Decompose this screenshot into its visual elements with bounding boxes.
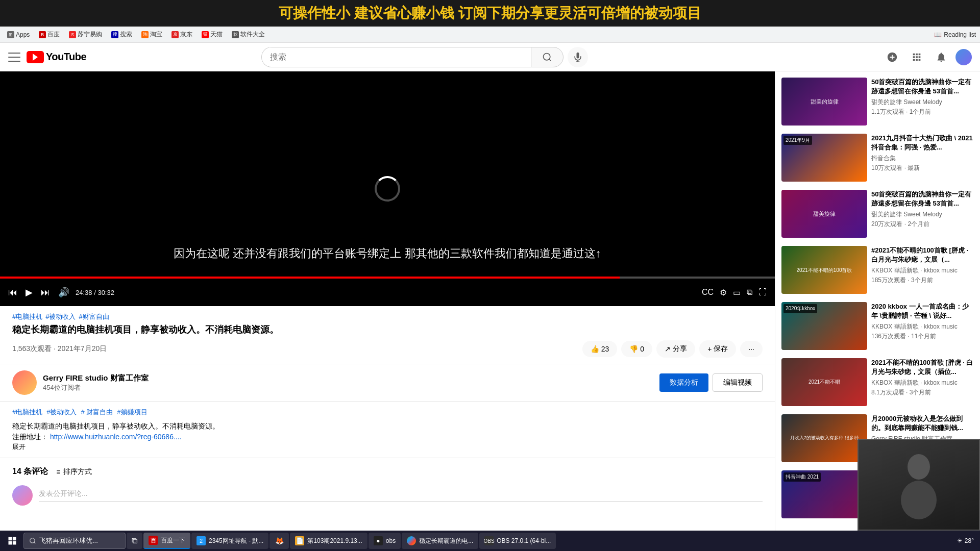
sidebar-thumb-label-8: 抖音神曲 2021 bbox=[783, 472, 821, 482]
sidebar-meta-1: 1.1万次观看 · 1个月前 bbox=[871, 108, 974, 116]
skip-forward-button[interactable]: ⏭ bbox=[39, 285, 52, 300]
taskbar-baidu-browser[interactable]: 百 百度一下 bbox=[143, 533, 190, 549]
sort-comments-button[interactable]: ≡ 排序方式 bbox=[56, 467, 92, 477]
search-area bbox=[261, 47, 588, 67]
hamburger-menu[interactable] bbox=[8, 53, 20, 62]
video-section: 因为在这呢 还并没有跟我们的平台账号绑定上 那其他的三款软件我们都知道是通过这↑… bbox=[0, 71, 775, 551]
sidebar-video-1[interactable]: 甜美的旋律 50首突破百篇的洗脑神曲你一定有跡遠多想留在你身邊 53首首... … bbox=[779, 76, 976, 128]
sidebar-thumb-3: 甜美旋律 bbox=[781, 190, 867, 238]
total-time: 30:32 bbox=[97, 289, 114, 296]
subtitles-button[interactable]: CC bbox=[700, 286, 716, 299]
description-tags: #电脑挂机 #被动收入 # 财富自由 #躺赚项目 bbox=[12, 408, 763, 417]
channel-avatar[interactable] bbox=[12, 370, 37, 395]
more-icon: ··· bbox=[748, 345, 754, 353]
video-controls: ⏮ ▶ ⏭ 🔊 24:38 / 30:32 CC ⚙ ▭ ⧉ ⛶ bbox=[0, 279, 775, 306]
sidebar-video-5[interactable]: 2020年kkbox 2020 kkbox 一人一首成名曲：少年 \贵鹏詩韻 -… bbox=[779, 300, 976, 352]
sidebar-video-info-4: #2021不能不晴的100首歌 [胖虎 · 白月光与朱砂痣，文展（... KKB… bbox=[871, 246, 974, 294]
windows-start-button[interactable] bbox=[2, 533, 22, 549]
sidebar-thumb-label-5: 2020年kkbox bbox=[783, 304, 817, 313]
fullscreen-button[interactable]: ⛶ bbox=[756, 286, 769, 299]
desc-tag-1[interactable]: #电脑挂机 bbox=[12, 408, 42, 417]
more-button[interactable]: ··· bbox=[740, 341, 763, 357]
apps-grid-button[interactable] bbox=[906, 47, 927, 67]
sidebar-title-7: 月20000元被动收入是怎么做到的。到底靠网赚能不能赚到钱... bbox=[871, 414, 974, 433]
mic-button[interactable] bbox=[568, 47, 588, 67]
video-tag-3[interactable]: #财富自由 bbox=[79, 312, 109, 321]
reading-list[interactable]: 📖 Reading list bbox=[934, 31, 976, 38]
theater-mode-button[interactable]: ▭ bbox=[731, 286, 743, 299]
tianmao-icon: 猫 bbox=[202, 31, 209, 38]
taskbar-browser2-label: 2345网址导航 - 默... bbox=[209, 537, 263, 545]
video-tag-2[interactable]: #被动收入 bbox=[45, 312, 76, 321]
taskbar-taskview[interactable]: ⧉ bbox=[127, 533, 142, 549]
edit-video-button[interactable]: 编辑视频 bbox=[713, 373, 763, 392]
taskbar-chrome-label: 稳定长期霸道的电... bbox=[419, 537, 473, 545]
sidebar-video-6[interactable]: 2021不能不唱 2021不能不晴的100首歌 [胖虎 · 白月光与朱砂痣，文展… bbox=[779, 356, 976, 408]
like-button[interactable]: 👍 23 bbox=[582, 341, 618, 357]
sougou-bookmark[interactable]: 搜 搜索 bbox=[108, 29, 135, 40]
taskbar-obs2[interactable]: OBS OBS 27.0.1 (64-bi... bbox=[479, 533, 556, 549]
desc-tag-2[interactable]: #被动收入 bbox=[46, 408, 77, 417]
taobao-icon: 淘 bbox=[141, 31, 149, 38]
desc-link-label: 注册地址： bbox=[12, 433, 48, 441]
desc-link[interactable]: http://www.huizhuanle.com/?reg-60686.... bbox=[50, 433, 182, 441]
share-button[interactable]: ↗ 分享 bbox=[656, 340, 695, 358]
suning-icon: S bbox=[69, 31, 76, 38]
settings-button[interactable]: ⚙ bbox=[718, 286, 729, 299]
channel-name[interactable]: Gerry FIRE studio 财富工作室 bbox=[43, 373, 149, 383]
create-video-button[interactable] bbox=[882, 47, 902, 67]
sidebar-title-4: #2021不能不晴的100首歌 [胖虎 · 白月光与朱砂痣，文展（... bbox=[871, 246, 974, 264]
sougou-label: 搜索 bbox=[120, 30, 132, 39]
video-tag-1[interactable]: #电脑挂机 bbox=[12, 312, 42, 321]
play-pause-button[interactable]: ▶ bbox=[23, 285, 35, 300]
volume-button[interactable]: 🔊 bbox=[56, 285, 71, 300]
svg-point-6 bbox=[30, 538, 35, 543]
sidebar-meta-3: 20万次观看 · 2个月前 bbox=[871, 220, 974, 229]
baidu-bookmark[interactable]: B 百度 bbox=[36, 29, 63, 40]
sidebar-video-3[interactable]: 甜美旋律 50首突破百篇的洗脑神曲你一定有跡遠多想留在你身邊 53首首... 甜… bbox=[779, 188, 976, 240]
video-player[interactable]: 因为在这呢 还并没有跟我们的平台账号绑定上 那其他的三款软件我们都知道是通过这↑… bbox=[0, 71, 775, 306]
taobao-bookmark[interactable]: 淘 淘宝 bbox=[138, 29, 165, 40]
description-text: 稳定长期霸道的电脑挂机项目，静享被动收入。不消耗电脑资源。 注册地址： http… bbox=[12, 421, 763, 442]
suning-bookmark[interactable]: S 苏宁易购 bbox=[66, 29, 105, 40]
controls-right: CC ⚙ ▭ ⧉ ⛶ bbox=[700, 286, 769, 299]
windows-logo-icon bbox=[7, 536, 17, 546]
taskbar-obs[interactable]: ● obs bbox=[369, 533, 401, 549]
taskbar-search[interactable]: 飞猪再回应环球优... bbox=[23, 533, 126, 549]
desc-tag-3[interactable]: # 财富自由 bbox=[81, 408, 113, 417]
apps-bookmark[interactable]: ⊞ Apps bbox=[4, 30, 33, 39]
sidebar-title-6: 2021不能不晴的100首歌 [胖虎 · 白月光与朱砂痣，文展（插位... bbox=[871, 358, 974, 377]
software-bookmark[interactable]: 软 软件大全 bbox=[229, 29, 268, 40]
main-layout: 因为在这呢 还并没有跟我们的平台账号绑定上 那其他的三款软件我们都知道是通过这↑… bbox=[0, 71, 980, 551]
youtube-logo-text: YouTube bbox=[46, 51, 86, 63]
tianmao-bookmark[interactable]: 猫 天猫 bbox=[199, 29, 226, 40]
sidebar-video-2[interactable]: 2021年9月 2021九月抖音十大热门歌曲 \ 2021 抖音合集：阿强 · … bbox=[779, 132, 976, 184]
header-right bbox=[882, 47, 972, 67]
search-button[interactable] bbox=[531, 47, 564, 67]
taskbar-file[interactable]: 📄 第103期2021.9.13... bbox=[290, 533, 367, 549]
notifications-button[interactable] bbox=[931, 47, 951, 67]
taskbar: 飞猪再回应环球优... ⧉ 百 百度一下 2 2345网址导航 - 默... 🦊… bbox=[0, 531, 980, 551]
taskbar-chrome[interactable]: 稳定长期霸道的电... bbox=[402, 533, 478, 549]
jd-bookmark[interactable]: 京 京东 bbox=[168, 29, 195, 40]
view-count: 1,563次观看 bbox=[12, 344, 52, 353]
taskbar-browser2[interactable]: 2 2345网址导航 - 默... bbox=[191, 533, 268, 549]
dislike-button[interactable]: 👎 0 bbox=[621, 341, 652, 357]
search-input[interactable] bbox=[262, 47, 531, 67]
skip-back-button[interactable]: ⏮ bbox=[6, 285, 19, 300]
hamburger-line-1 bbox=[8, 53, 20, 54]
svg-line-1 bbox=[549, 59, 551, 61]
expand-description-button[interactable]: 展开 bbox=[12, 442, 763, 452]
desc-tag-4[interactable]: #躺赚项目 bbox=[117, 408, 147, 417]
taskbar-firefox[interactable]: 🦊 bbox=[270, 533, 289, 549]
file-icon: 📄 bbox=[295, 536, 304, 545]
analyze-button[interactable]: 数据分析 bbox=[659, 373, 708, 392]
youtube-logo[interactable]: YouTube bbox=[27, 51, 86, 63]
miniplayer-button[interactable]: ⧉ bbox=[745, 286, 754, 299]
baidu-icon: B bbox=[39, 31, 46, 38]
save-button[interactable]: + 保存 bbox=[699, 340, 736, 358]
sidebar-title-2: 2021九月抖音十大热门歌曲 \ 2021 抖音合集：阿强 · 热爱... bbox=[871, 134, 974, 152]
comment-input[interactable] bbox=[39, 485, 763, 502]
sidebar-video-4[interactable]: 2021不能不唱的100首歌 #2021不能不晴的100首歌 [胖虎 · 白月光… bbox=[779, 244, 976, 296]
user-avatar[interactable] bbox=[955, 49, 972, 65]
